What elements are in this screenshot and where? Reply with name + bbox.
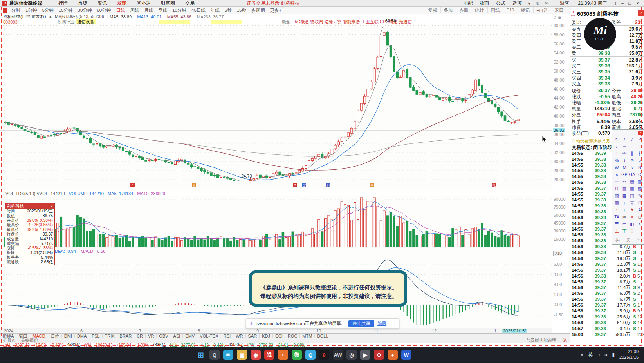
toolbar-button-多股[interactable]: 多股 [456,7,471,13]
menu-item-版面[interactable]: 版面 [480,0,489,7]
draw-tool-icon[interactable]: ◫ [628,192,636,199]
draw-tool-icon[interactable]: ▭ [621,221,628,227]
menu-item-交易[interactable]: 交易 [185,0,195,7]
draw-tool-icon[interactable]: ◧ [628,221,636,227]
quote-symbol-title[interactable]: 603083 剑桥科技 [577,11,619,18]
period-tab-多周期[interactable]: 多周期 [251,7,265,13]
draw-tool-icon[interactable]: ↑ [613,207,621,213]
flame-icon[interactable]: ♦ [388,350,398,360]
main-chart-pane[interactable]: S公S空日季红 [0,24,552,191]
draw-tool-icon[interactable]: ▦ [613,200,621,206]
quote-row[interactable]: 买二39.36 153.1万 [570,63,644,69]
menu-item-财富圈[interactable]: 财富圈 [161,0,175,7]
draw-tool-icon[interactable]: W [613,164,621,171]
draw-tool-icon[interactable]: ▥ [621,185,628,192]
draw-tool-icon[interactable]: / [613,143,621,150]
sales-row[interactable]: 14:5639.375.9万B9 [570,308,644,314]
main-chart-canvas[interactable] [0,24,552,181]
quote-row[interactable]: 涨幅-1.38%最低39.25 [570,100,644,106]
draw-tool-icon[interactable]: ☷ [621,178,628,185]
minimize-icon[interactable]: − [621,1,624,6]
draw-tool-icon[interactable]: ⊙ [628,157,636,164]
sales-row[interactable]: 14:5639.3719.3万S [570,256,644,261]
toolbar-button-F10[interactable]: F10 [503,7,517,13]
draw-tool-icon[interactable]: ¹²³ [621,150,628,157]
sales-row[interactable]: 14:5639.3811.8万S [570,250,644,256]
popup-header[interactable]: 剑桥科技 × [5,203,54,209]
draw-tool-icon[interactable]: ▣ [621,214,628,220]
toolbar-button-叠加[interactable]: 叠加 [440,7,455,13]
login-notice[interactable]: 证券交易未登录 剑桥科技 [247,0,299,7]
volume-pane[interactable] [0,196,552,248]
period-tab-月线[interactable]: 月线 [144,7,153,13]
mail-icon[interactable]: ✉ [223,350,233,360]
quote-row[interactable]: 总量144210量比0.71 [570,106,644,112]
phone-icon[interactable]: ✆ [536,1,539,6]
obs-icon[interactable]: ◎ [346,350,357,360]
event-marker[interactable]: 空 [302,183,306,187]
collapse-icon[interactable]: ⟨ [615,1,616,6]
menu-item-选项[interactable]: 选项 [512,0,522,7]
period-tab-15分钟[interactable]: 15分钟 [59,7,73,13]
cam-icon[interactable]: ▶ [360,350,370,360]
draw-tool-icon[interactable]: TA [613,214,621,220]
taskbar-clock[interactable]: 21:392025/1/15 [619,349,639,360]
period-tab-60分钟[interactable]: 60分钟 [97,7,111,13]
period-tab-更多）[interactable]: 更多） [270,7,284,13]
sales-row[interactable]: 15:0039.37590.5万239 [570,332,644,338]
draw-tool-icon[interactable]: ▩ [621,192,628,199]
tag-chip-2[interactable] [211,20,242,24]
network-icon[interactable]: ≈ [605,352,608,358]
live8-icon[interactable]: 8 [319,350,329,360]
period-tab-15秒[interactable]: 15秒 [237,7,246,13]
quote-row[interactable]: 涨跌-0.55最高40.20 [570,94,644,100]
draw-tool-icon[interactable]: M [621,164,628,171]
explorer-icon[interactable]: ▣ [237,350,247,360]
search-icon[interactable]: Q [209,350,220,360]
word-icon[interactable]: W [401,350,411,360]
draw-tool-icon[interactable]: ⊣ [621,143,628,150]
sales-row[interactable]: 14:5639.3717.7万S1 [570,302,644,308]
sales-row[interactable]: 14:5639.3711.4万S9 [570,285,644,290]
menu-item-发现[interactable]: 发现 [117,0,126,7]
draw-tool-icon[interactable]: ↖ [613,136,621,143]
event-marker[interactable]: 红 [492,183,496,187]
industry-value[interactable]: 通信设备 [76,19,96,25]
draw-tool-icon[interactable]: 上 [613,228,621,234]
battery-icon[interactable]: ▮ [612,352,615,358]
chevron-up-icon[interactable]: ∧ [580,352,584,358]
close-icon[interactable]: × [51,204,53,209]
menu-item-市场[interactable]: 市场 [78,0,87,7]
quote-row[interactable]: 买一39.37 22.8万 [570,57,644,63]
tag-chip-1[interactable] [159,20,190,24]
toolbar-button-统计[interactable]: 统计 [472,7,487,13]
quote-row[interactable]: 买五39.33 7.9万 [570,81,644,87]
close-icon[interactable]: ✕ [636,1,639,6]
aw-icon[interactable]: AW [333,350,343,360]
period-tab-季线[interactable]: 季线 [158,7,167,13]
volume-icon[interactable]: ♪ [598,352,600,358]
period-tab-45日线[interactable]: 45日线 [191,7,206,13]
sales-row[interactable]: 14:5639.376.3万S2 [570,290,644,296]
chart-corner-icons[interactable]: ◇ ▣ [554,15,561,20]
draw-tool-icon[interactable]: / [621,136,628,143]
sales-row[interactable]: 14:5739.360.4万S1 [570,326,644,332]
quote-row[interactable]: 外盘65504内盘78700 [570,112,644,118]
draw-tool-icon[interactable]: ✕ [628,214,636,220]
mail-icon[interactable]: ✉ [545,1,548,6]
menu-item-问小达[interactable]: 问小达 [137,0,151,7]
toolbar-button-标记[interactable]: 标记 [518,7,532,13]
tdx-icon[interactable]: 通 [264,350,274,360]
period-tab-周线[interactable]: 周线 [130,7,139,13]
menu-item-资讯[interactable]: 资讯 [97,0,107,7]
draw-tool-icon[interactable]: ↑ [613,150,621,157]
draw-tool-icon[interactable]: 下 [621,228,628,234]
draw-tool-icon[interactable]: ∿ [628,164,636,171]
draw-tool-icon[interactable]: ▤ [628,178,636,185]
period-tab-1分钟[interactable]: 1分钟 [25,7,37,13]
chrome-icon[interactable]: ◉ [251,350,261,360]
draw-tool-icon[interactable]: ∥ [628,150,636,157]
event-marker[interactable]: 公 [192,183,196,187]
quote-row[interactable]: 卖一39.38 35.0万 [570,51,644,56]
menu-item-公式[interactable]: 公式 [496,0,505,7]
